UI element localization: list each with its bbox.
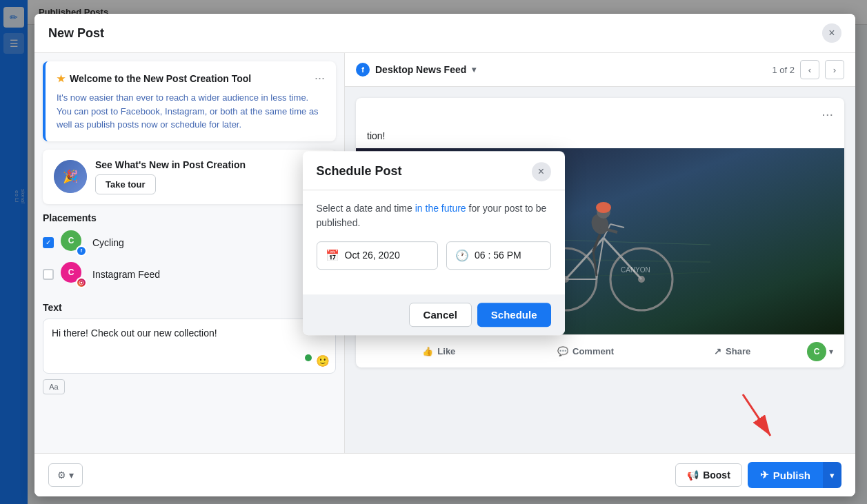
gear-icon: ⚙ [57, 470, 66, 481]
star-icon: ★ [57, 73, 66, 84]
like-icon: 👍 [422, 346, 433, 356]
comment-icon: 💬 [557, 346, 568, 356]
cycling-checkbox[interactable]: ✓ [43, 237, 54, 248]
svg-point-17 [596, 202, 611, 213]
new-post-close-button[interactable]: × [822, 23, 841, 43]
clock-icon: 🕐 [455, 249, 469, 262]
post-header: ··· [356, 98, 844, 130]
post-avatar-chevron[interactable]: ▾ [829, 347, 833, 356]
instagram-ig-badge [76, 277, 87, 288]
cancel-button[interactable]: Cancel [409, 303, 472, 327]
whats-new-avatar: 🎉 [54, 160, 87, 193]
date-value: Oct 26, 2020 [345, 250, 400, 261]
text-label: Text [43, 302, 336, 313]
new-post-title: New Post [48, 26, 104, 41]
welcome-banner-text: It's now easier than ever to reach a wid… [57, 91, 325, 132]
publish-dropdown-button[interactable]: ▾ [823, 462, 841, 488]
pagination-label: 1 of 2 [772, 65, 795, 75]
preview-platform-label: Desktop News Feed [375, 64, 466, 75]
text-area-content: Hi there! Check out our new collection! [52, 326, 327, 341]
like-button[interactable]: 👍 Like [367, 341, 511, 362]
publish-label: Publish [773, 470, 810, 481]
font-style-area: Aa [43, 379, 336, 394]
footer-right: 📢 Boost ✈ Publish ▾ [675, 462, 841, 488]
like-label: Like [437, 346, 455, 356]
post-more-icon[interactable]: ··· [821, 106, 833, 122]
emoji-icon[interactable]: 🙂 [316, 354, 330, 367]
preview-selector[interactable]: f Desktop News Feed ▾ [356, 63, 476, 77]
settings-button[interactable]: ⚙ ▾ [48, 463, 83, 487]
text-area-wrapper[interactable]: Hi there! Check out our new collection! … [43, 319, 336, 374]
schedule-title: Schedule Post [317, 164, 402, 179]
publish-button[interactable]: ✈ Publish [748, 462, 823, 488]
share-icon: ↗ [714, 346, 721, 356]
publish-dropdown-icon: ▾ [830, 470, 835, 481]
boost-button[interactable]: 📢 Boost [675, 463, 742, 487]
instagram-checkbox[interactable] [43, 269, 54, 280]
instagram-avatar: C [61, 262, 86, 287]
schedule-header: Schedule Post × [303, 151, 565, 190]
date-input[interactable]: 📅 Oct 26, 2020 [317, 241, 439, 270]
facebook-icon: f [356, 63, 370, 77]
whats-new-content: See What's New in Post Creation Take tou… [95, 159, 325, 194]
post-actions: 👍 Like 💬 Comment ↗ Share C ▾ [356, 334, 844, 367]
time-value: 06 : 56 PM [475, 250, 521, 261]
comment-label: Comment [572, 346, 614, 356]
boost-label: Boost [703, 470, 730, 481]
schedule-inputs: 📅 Oct 26, 2020 🕐 06 : 56 PM [317, 241, 551, 270]
left-panel: ★ Welcome to the New Post Creation Tool … [34, 53, 345, 453]
settings-chevron-icon: ▾ [69, 470, 74, 481]
text-section: Text Hi there! Check out our new collect… [34, 294, 344, 403]
modal-footer: ⚙ ▾ 📢 Boost ✈ Publish ▾ [34, 453, 855, 496]
welcome-banner-more-icon[interactable]: ··· [315, 71, 325, 85]
text-area-icons: 🙂 [305, 354, 330, 367]
schedule-body: Select a date and time in the future for… [303, 190, 565, 294]
check-mark-cycling: ✓ [46, 239, 51, 246]
font-badge[interactable]: Aa [43, 379, 65, 394]
new-post-modal-header: New Post × [34, 14, 855, 53]
publish-icon: ✈ [760, 469, 769, 481]
preview-header: f Desktop News Feed ▾ 1 of 2 ‹ › [345, 53, 855, 87]
schedule-button[interactable]: Schedule [477, 303, 551, 327]
cycling-name: Cycling [92, 237, 124, 248]
comment-button[interactable]: 💬 Comment [514, 341, 658, 362]
placement-item-cycling: ✓ C f Cycling [43, 230, 336, 255]
pagination-next-button[interactable]: › [825, 60, 844, 79]
calendar-icon: 📅 [326, 249, 339, 262]
pagination: 1 of 2 ‹ › [772, 60, 844, 79]
placements-label: Placements [43, 212, 336, 223]
schedule-close-button[interactable]: × [532, 162, 551, 181]
post-profile-area: C ▾ [807, 341, 833, 362]
take-tour-button[interactable]: Take tour [95, 174, 156, 194]
whats-new-card: 🎉 See What's New in Post Creation Take t… [43, 150, 336, 204]
pagination-prev-button[interactable]: ‹ [800, 60, 819, 79]
share-label: Share [726, 346, 750, 356]
online-indicator [305, 354, 312, 361]
placements-section: Placements ✓ C f Cycling C [34, 212, 344, 294]
post-text-preview: tion! [356, 130, 844, 148]
share-button[interactable]: ↗ Share [660, 341, 804, 362]
boost-icon: 📢 [687, 470, 699, 481]
schedule-dialog: Schedule Post × Select a date and time i… [303, 151, 565, 335]
welcome-banner-header: ★ Welcome to the New Post Creation Tool … [57, 71, 325, 85]
schedule-footer: Cancel Schedule [303, 294, 565, 335]
svg-text:CANYON: CANYON [621, 266, 650, 274]
publish-group: ✈ Publish ▾ [748, 462, 841, 488]
welcome-banner-title: ★ Welcome to the New Post Creation Tool [57, 73, 251, 84]
whats-new-title: See What's New in Post Creation [95, 159, 325, 170]
schedule-description: Select a date and time in the future for… [317, 201, 551, 230]
cycling-fb-badge: f [76, 245, 87, 256]
svg-line-13 [610, 224, 624, 228]
preview-chevron-icon: ▾ [472, 65, 476, 74]
post-avatar: C [807, 342, 826, 361]
welcome-banner: ★ Welcome to the New Post Creation Tool … [43, 61, 336, 141]
svg-point-0 [81, 281, 83, 283]
placement-item-instagram: C Instagram Feed [43, 262, 336, 287]
time-input[interactable]: 🕐 06 : 56 PM [446, 241, 550, 270]
instagram-name: Instagram Feed [92, 269, 160, 280]
cycling-avatar: C f [61, 230, 86, 255]
